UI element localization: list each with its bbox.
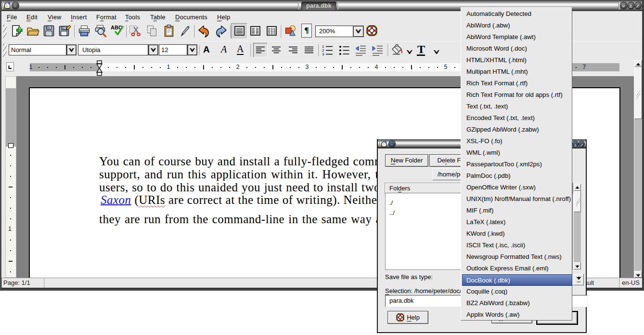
svg-text:3: 3 (322, 52, 324, 56)
